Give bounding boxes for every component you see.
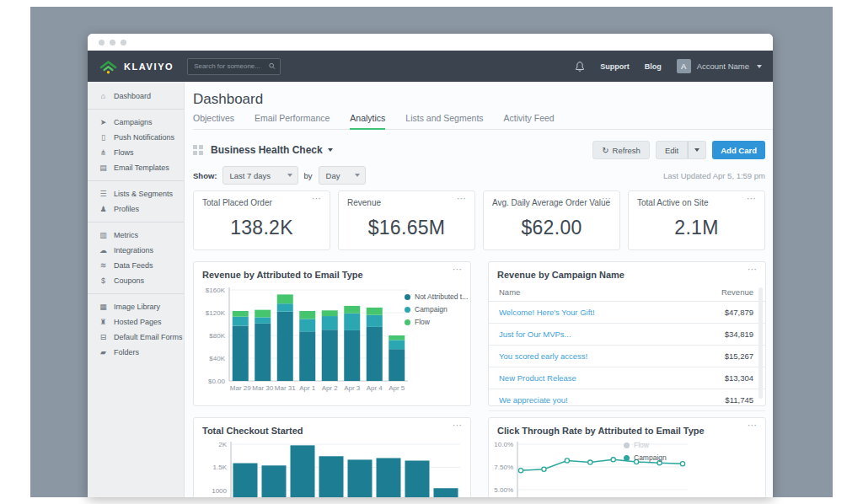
table-row: Just for Our MVPs...$34,819 [489, 324, 765, 346]
date-range-select[interactable]: Last 7 days [222, 166, 298, 185]
svg-text:$160K: $160K [206, 287, 226, 294]
chevron-down-icon [328, 148, 333, 152]
date-range-value: Last 7 days [230, 171, 271, 180]
card-menu-button[interactable] [748, 264, 758, 275]
interval-value: Day [326, 171, 340, 180]
campaign-link-just-for-our-mvps[interactable]: Just for Our MVPs... [499, 330, 571, 339]
tab-email-performance[interactable]: Email Performance [255, 113, 330, 129]
sidebar-item-metrics[interactable]: ▥Metrics [88, 228, 184, 243]
svg-text:$120K: $120K [206, 309, 226, 317]
card-menu-button[interactable] [747, 193, 757, 204]
board-selector-label: Business Health Check [211, 144, 323, 156]
tab-activity-feed[interactable]: Activity Feed [504, 113, 555, 129]
nav-link-blog[interactable]: Blog [645, 62, 662, 71]
last-updated: Last Updated Apr 5, 1:59 pm [663, 171, 765, 180]
legend-label: Flow [415, 318, 430, 326]
sidebar-nav: ⌂Dashboard➤Campaigns▯Push Notifications⋔… [88, 82, 185, 497]
svg-text:Apr 2: Apr 2 [322, 384, 339, 392]
sidebar-item-label: Lists & Segments [114, 190, 173, 198]
tab-analytics[interactable]: Analytics [350, 113, 385, 130]
sidebar-item-coupons[interactable]: $Coupons [88, 273, 184, 288]
show-label: Show: [193, 171, 217, 180]
klaviyo-logo[interactable]: KLAVIYO [99, 59, 174, 74]
nav-link-support[interactable]: Support [600, 62, 630, 71]
charts-row-2: Total Checkout Started 2K1.5K10005000 Cl… [193, 417, 765, 497]
stat-card-title: Total Active on Site [637, 198, 756, 207]
flow-icon: ⋔ [99, 148, 108, 157]
card-menu-button[interactable] [457, 193, 467, 204]
card-menu-button[interactable] [602, 193, 612, 204]
board-toolbar: Business Health Check Refresh Edit Add C… [193, 141, 765, 159]
sidebar-item-flows[interactable]: ⋔Flows [88, 145, 184, 160]
account-menu[interactable]: A Account Name [677, 59, 762, 73]
campaign-revenue: $34,819 [725, 330, 753, 339]
sidebar-item-hosted-pages[interactable]: ♜Hosted Pages [88, 314, 184, 330]
campaign-revenue: $13,304 [725, 373, 753, 383]
total-checkout-started-chart: 2K1.5K10005000 [199, 439, 470, 497]
legend-item-flow[interactable]: Flow [405, 318, 470, 326]
svg-text:$80K: $80K [209, 332, 225, 340]
legend-item-campaign[interactable]: Campaign [405, 305, 470, 314]
sidebar-item-integrations[interactable]: ☁Integrations [88, 243, 184, 258]
sidebar-item-profiles[interactable]: ♟Profiles [88, 201, 184, 217]
campaign-link-welcome-here-s-your-gift[interactable]: Welcome! Here's Your Gift! [499, 308, 595, 317]
sidebar-item-dashboard[interactable]: ⌂Dashboard [88, 88, 184, 104]
sidebar-item-folders[interactable]: ▰Folders [88, 345, 184, 360]
window-control-minimize[interactable] [110, 40, 115, 46]
tab-lists-and-segments[interactable]: Lists and Segments [405, 113, 483, 129]
sidebar-item-image-library[interactable]: ▦Image Library [88, 299, 184, 314]
notifications-bell-icon[interactable] [575, 61, 585, 72]
add-card-button[interactable]: Add Card [712, 141, 765, 159]
refresh-icon [602, 146, 612, 155]
campaign-link-we-appreciate-you[interactable]: We appreciate you! [499, 395, 568, 405]
sidebar-item-lists-segments[interactable]: ☰Lists & Segments [88, 186, 184, 201]
search-box[interactable] [187, 58, 281, 75]
sidebar-divider [88, 109, 184, 110]
table-scrollbar[interactable] [758, 287, 763, 399]
svg-text:1.5K: 1.5K [213, 464, 228, 471]
legend-item-not-attributed-t[interactable]: Not Attributed t... [405, 292, 470, 301]
card-title: Click Through Rate by Attributed to Emai… [489, 418, 765, 436]
svg-text:Mar 31: Mar 31 [275, 384, 296, 392]
sidebar-item-email-templates[interactable]: ▤Email Templates [88, 160, 184, 175]
stat-card-total-active-on-site: Total Active on Site2.1M [628, 190, 765, 250]
window-control-close[interactable] [99, 40, 105, 46]
svg-text:Apr 3: Apr 3 [344, 384, 361, 392]
stat-card-avg-daily-average-order-value: Avg. Daily Average Order Value$62.00 [483, 190, 620, 250]
sidebar-item-default-email-forms[interactable]: ⊟Default Email Forms [88, 330, 184, 345]
sidebar-item-data-feeds[interactable]: ≋Data Feeds [88, 258, 184, 273]
legend-item-flow[interactable]: Flow [624, 441, 667, 449]
users-icon: ☰ [99, 190, 108, 198]
card-menu-button[interactable] [453, 264, 463, 275]
campaign-link-new-product-release[interactable]: New Product Release [499, 373, 576, 383]
card-menu-button[interactable] [312, 193, 322, 204]
stat-card-title: Revenue [347, 198, 466, 207]
edit-button[interactable]: Edit [656, 141, 688, 159]
drag-handle-icon[interactable] [193, 145, 203, 155]
card-menu-button[interactable] [748, 420, 758, 431]
sidebar-item-campaigns[interactable]: ➤Campaigns [88, 115, 184, 130]
refresh-button[interactable]: Refresh [592, 141, 650, 159]
board-selector[interactable]: Business Health Check [211, 144, 333, 156]
legend-label: Flow [634, 441, 649, 449]
interval-select[interactable]: Day [319, 166, 366, 185]
window-control-maximize[interactable] [121, 40, 126, 46]
image-canvas: KLAVIYO Support Blog A Account Name [0, 0, 863, 504]
legend-item-campaign[interactable]: Campaign [624, 453, 667, 462]
bank-icon: ♜ [99, 318, 108, 326]
card-menu-button[interactable] [453, 420, 463, 431]
card-title: Total Checkout Started [194, 418, 470, 436]
legend-dot [624, 442, 630, 448]
tab-objectives[interactable]: Objectives [193, 113, 234, 129]
campaign-link-you-scored-early-access[interactable]: You scored early access! [499, 351, 587, 361]
legend-label: Not Attributed t... [415, 292, 468, 301]
stat-card-total-placed-order: Total Placed Order138.2K [193, 190, 330, 250]
chevron-down-icon [694, 148, 700, 152]
image-icon: ▦ [99, 303, 108, 311]
search-input[interactable] [192, 62, 269, 71]
sidebar-item-push-notifications[interactable]: ▯Push Notifications [88, 130, 184, 145]
navbar-right: Support Blog A Account Name [575, 59, 762, 73]
sidebar-item-label: Hosted Pages [114, 318, 162, 326]
sidebar-item-label: Flows [114, 148, 134, 157]
edit-dropdown-button[interactable] [688, 141, 706, 159]
